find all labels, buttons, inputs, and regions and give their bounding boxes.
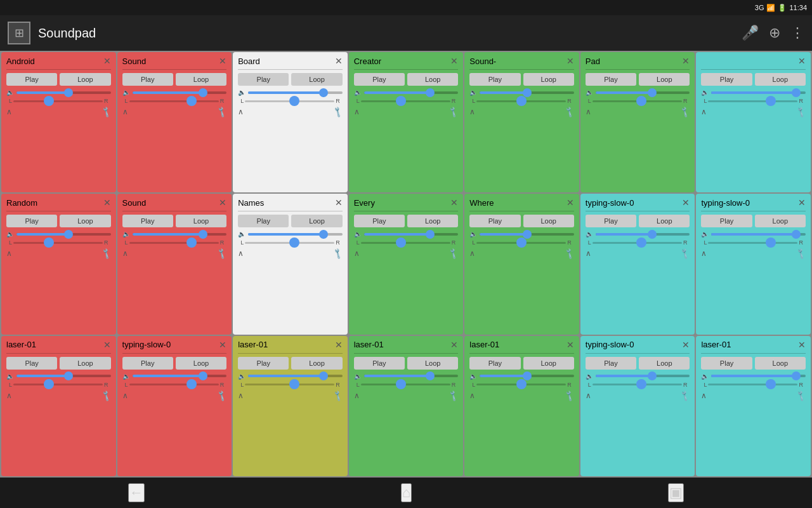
card-close-button[interactable]: ✕ bbox=[103, 56, 111, 66]
pan-thumb[interactable] bbox=[187, 379, 197, 389]
card-close-button[interactable]: ✕ bbox=[219, 56, 226, 66]
loop-button[interactable]: Loop bbox=[176, 357, 226, 370]
pan-track[interactable] bbox=[708, 100, 797, 102]
card-close-button[interactable]: ✕ bbox=[335, 56, 343, 66]
card-close-button[interactable]: ✕ bbox=[103, 197, 111, 208]
card-close-button[interactable]: ✕ bbox=[566, 56, 574, 66]
recent-button[interactable]: ▣ bbox=[668, 483, 684, 502]
settings-icon[interactable]: 🔧 bbox=[794, 389, 807, 402]
volume-thumb[interactable] bbox=[319, 230, 328, 239]
pan-track[interactable] bbox=[129, 242, 219, 244]
pan-thumb[interactable] bbox=[289, 96, 299, 106]
settings-icon[interactable]: 🔧 bbox=[563, 389, 575, 402]
pan-track[interactable] bbox=[129, 384, 219, 385]
card-close-button[interactable]: ✕ bbox=[798, 56, 806, 66]
pan-thumb[interactable] bbox=[44, 237, 54, 248]
volume-thumb[interactable] bbox=[792, 371, 801, 380]
loop-button[interactable]: Loop bbox=[755, 357, 806, 370]
expand-icon[interactable]: ∧ bbox=[6, 391, 12, 400]
expand-icon[interactable]: ∧ bbox=[238, 107, 244, 116]
expand-icon[interactable]: ∧ bbox=[238, 249, 244, 258]
pan-track[interactable] bbox=[708, 242, 797, 244]
pan-track[interactable] bbox=[593, 100, 682, 102]
loop-button[interactable]: Loop bbox=[755, 215, 806, 227]
play-button[interactable]: Play bbox=[586, 215, 636, 227]
play-button[interactable]: Play bbox=[238, 215, 289, 227]
loop-button[interactable]: Loop bbox=[60, 357, 110, 370]
volume-thumb[interactable] bbox=[64, 371, 73, 380]
pan-track[interactable] bbox=[476, 100, 566, 102]
loop-button[interactable]: Loop bbox=[639, 73, 690, 86]
play-button[interactable]: Play bbox=[469, 357, 520, 370]
volume-thumb[interactable] bbox=[426, 230, 435, 239]
settings-icon[interactable]: 🔧 bbox=[331, 389, 344, 402]
volume-track[interactable] bbox=[364, 91, 459, 94]
play-button[interactable]: Play bbox=[6, 357, 57, 370]
play-button[interactable]: Play bbox=[122, 215, 173, 227]
pan-thumb[interactable] bbox=[766, 96, 776, 106]
pan-track[interactable] bbox=[708, 384, 797, 385]
pan-track[interactable] bbox=[476, 384, 566, 385]
home-button[interactable]: ⌂ bbox=[401, 483, 412, 502]
expand-icon[interactable]: ∧ bbox=[354, 107, 360, 116]
volume-thumb[interactable] bbox=[199, 88, 207, 97]
volume-track[interactable] bbox=[364, 233, 459, 236]
expand-icon[interactable]: ∧ bbox=[6, 107, 12, 116]
volume-track[interactable] bbox=[16, 375, 111, 377]
play-button[interactable]: Play bbox=[354, 357, 405, 370]
volume-thumb[interactable] bbox=[523, 371, 532, 380]
volume-track[interactable] bbox=[133, 233, 227, 236]
pan-track[interactable] bbox=[13, 384, 103, 385]
volume-thumb[interactable] bbox=[426, 88, 435, 97]
play-button[interactable]: Play bbox=[238, 357, 289, 370]
pan-track[interactable] bbox=[245, 100, 334, 102]
expand-icon[interactable]: ∧ bbox=[469, 107, 475, 116]
volume-track[interactable] bbox=[480, 375, 574, 377]
pan-thumb[interactable] bbox=[516, 237, 527, 248]
pan-track[interactable] bbox=[129, 100, 219, 102]
pan-track[interactable] bbox=[245, 384, 334, 385]
card-close-button[interactable]: ✕ bbox=[566, 340, 574, 350]
card-close-button[interactable]: ✕ bbox=[798, 340, 806, 350]
volume-thumb[interactable] bbox=[64, 230, 73, 239]
settings-icon[interactable]: 🔧 bbox=[679, 105, 691, 118]
pan-thumb[interactable] bbox=[396, 379, 406, 389]
expand-icon[interactable]: ∧ bbox=[122, 249, 128, 258]
settings-icon[interactable]: 🔧 bbox=[447, 389, 460, 402]
settings-icon[interactable]: 🔧 bbox=[216, 389, 228, 402]
expand-icon[interactable]: ∧ bbox=[122, 107, 128, 116]
volume-track[interactable] bbox=[248, 91, 343, 94]
pan-thumb[interactable] bbox=[187, 96, 197, 106]
volume-track[interactable] bbox=[596, 91, 690, 94]
pan-track[interactable] bbox=[245, 242, 334, 244]
volume-track[interactable] bbox=[711, 375, 806, 377]
loop-button[interactable]: Loop bbox=[639, 357, 690, 370]
volume-track[interactable] bbox=[711, 91, 806, 94]
settings-icon[interactable]: 🔧 bbox=[216, 248, 228, 260]
loop-button[interactable]: Loop bbox=[523, 215, 574, 227]
card-close-button[interactable]: ✕ bbox=[682, 197, 690, 208]
loop-button[interactable]: Loop bbox=[60, 215, 110, 227]
loop-button[interactable]: Loop bbox=[407, 357, 458, 370]
loop-button[interactable]: Loop bbox=[407, 215, 458, 227]
pan-thumb[interactable] bbox=[766, 237, 776, 248]
volume-track[interactable] bbox=[480, 91, 574, 94]
volume-thumb[interactable] bbox=[64, 88, 73, 97]
volume-track[interactable] bbox=[16, 91, 111, 94]
settings-icon[interactable]: 🔧 bbox=[679, 248, 691, 260]
play-button[interactable]: Play bbox=[354, 73, 405, 86]
settings-icon[interactable]: 🔧 bbox=[100, 389, 112, 402]
expand-icon[interactable]: ∧ bbox=[586, 107, 591, 116]
pan-thumb[interactable] bbox=[289, 237, 299, 248]
card-close-button[interactable]: ✕ bbox=[219, 340, 226, 350]
card-close-button[interactable]: ✕ bbox=[798, 197, 806, 208]
expand-icon[interactable]: ∧ bbox=[122, 391, 128, 400]
pan-track[interactable] bbox=[361, 384, 450, 385]
expand-icon[interactable]: ∧ bbox=[6, 249, 12, 258]
expand-icon[interactable]: ∧ bbox=[469, 391, 475, 400]
expand-icon[interactable]: ∧ bbox=[238, 391, 244, 400]
volume-track[interactable] bbox=[480, 233, 574, 236]
pan-track[interactable] bbox=[13, 100, 103, 102]
pan-thumb[interactable] bbox=[44, 379, 54, 389]
loop-button[interactable]: Loop bbox=[523, 357, 574, 370]
